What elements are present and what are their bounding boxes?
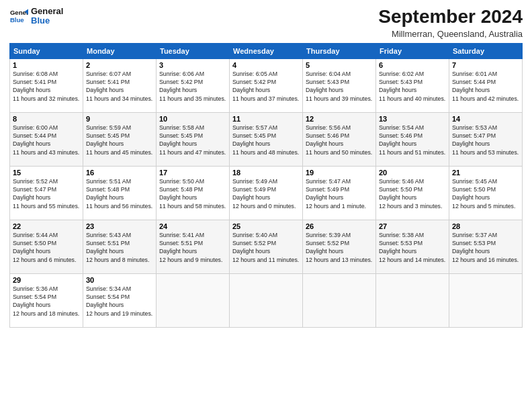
calendar-week-row: 29Sunrise: 5:36 AMSunset: 5:54 PMDayligh… bbox=[10, 273, 523, 327]
logo-line1: General bbox=[31, 7, 63, 16]
calendar-cell: 21Sunrise: 5:45 AMSunset: 5:50 PMDayligh… bbox=[449, 166, 523, 220]
calendar-cell: 11Sunrise: 5:57 AMSunset: 5:45 PMDayligh… bbox=[230, 112, 303, 166]
day-number: 15 bbox=[13, 169, 80, 177]
day-number: 3 bbox=[159, 61, 226, 69]
header: General Blue General Blue September 2024… bbox=[9, 7, 523, 39]
location: Millmerran, Queensland, Australia bbox=[378, 29, 523, 39]
calendar-week-row: 22Sunrise: 5:44 AMSunset: 5:50 PMDayligh… bbox=[10, 220, 523, 273]
day-number: 19 bbox=[306, 169, 373, 177]
day-number: 27 bbox=[379, 222, 446, 230]
calendar-cell: 24Sunrise: 5:41 AMSunset: 5:51 PMDayligh… bbox=[157, 220, 230, 273]
day-number: 8 bbox=[13, 115, 80, 123]
calendar-cell: 17Sunrise: 5:50 AMSunset: 5:48 PMDayligh… bbox=[157, 166, 230, 220]
weekday-header: Monday bbox=[83, 43, 157, 58]
day-number: 11 bbox=[232, 115, 300, 123]
day-number: 30 bbox=[86, 276, 153, 284]
calendar-cell: 25Sunrise: 5:40 AMSunset: 5:52 PMDayligh… bbox=[230, 220, 303, 273]
day-number: 23 bbox=[86, 222, 153, 230]
day-detail: Sunrise: 5:44 AMSunset: 5:50 PMDaylight … bbox=[13, 231, 80, 264]
calendar-cell: 16Sunrise: 5:51 AMSunset: 5:48 PMDayligh… bbox=[83, 166, 157, 220]
day-detail: Sunrise: 5:39 AMSunset: 5:52 PMDaylight … bbox=[306, 231, 373, 264]
day-detail: Sunrise: 5:59 AMSunset: 5:45 PMDaylight … bbox=[86, 124, 153, 156]
calendar-cell: 27Sunrise: 5:38 AMSunset: 5:53 PMDayligh… bbox=[376, 220, 449, 273]
calendar-cell bbox=[449, 273, 523, 327]
calendar-cell: 20Sunrise: 5:46 AMSunset: 5:50 PMDayligh… bbox=[376, 166, 449, 220]
day-detail: Sunrise: 5:51 AMSunset: 5:48 PMDaylight … bbox=[86, 177, 153, 210]
day-number: 9 bbox=[86, 115, 153, 123]
calendar-cell: 19Sunrise: 5:47 AMSunset: 5:49 PMDayligh… bbox=[303, 166, 376, 220]
weekday-header: Thursday bbox=[303, 43, 376, 58]
day-number: 12 bbox=[306, 115, 373, 123]
day-detail: Sunrise: 5:52 AMSunset: 5:47 PMDaylight … bbox=[13, 177, 80, 210]
svg-text:General: General bbox=[10, 9, 28, 17]
calendar-cell: 6Sunrise: 6:02 AMSunset: 5:43 PMDaylight… bbox=[376, 58, 449, 112]
day-number: 5 bbox=[306, 61, 373, 69]
day-number: 16 bbox=[86, 169, 153, 177]
weekday-header-row: SundayMondayTuesdayWednesdayThursdayFrid… bbox=[10, 43, 523, 58]
calendar-cell bbox=[230, 273, 303, 327]
day-number: 29 bbox=[13, 276, 80, 284]
day-detail: Sunrise: 6:06 AMSunset: 5:42 PMDaylight … bbox=[159, 70, 226, 103]
calendar-cell: 9Sunrise: 5:59 AMSunset: 5:45 PMDaylight… bbox=[83, 112, 157, 166]
calendar-cell bbox=[376, 273, 449, 327]
day-number: 10 bbox=[159, 115, 226, 123]
day-detail: Sunrise: 5:40 AMSunset: 5:52 PMDaylight … bbox=[232, 231, 300, 264]
day-detail: Sunrise: 6:04 AMSunset: 5:43 PMDaylight … bbox=[306, 70, 373, 103]
day-number: 2 bbox=[86, 61, 153, 69]
day-detail: Sunrise: 5:53 AMSunset: 5:47 PMDaylight … bbox=[452, 124, 519, 156]
calendar-cell: 1Sunrise: 6:08 AMSunset: 5:41 PMDaylight… bbox=[10, 58, 83, 112]
calendar-cell: 12Sunrise: 5:56 AMSunset: 5:46 PMDayligh… bbox=[303, 112, 376, 166]
day-detail: Sunrise: 6:08 AMSunset: 5:41 PMDaylight … bbox=[13, 70, 80, 103]
title-block: September 2024 Millmerran, Queensland, A… bbox=[378, 7, 523, 39]
day-number: 20 bbox=[379, 169, 446, 177]
day-number: 28 bbox=[452, 222, 519, 230]
day-number: 17 bbox=[159, 169, 226, 177]
calendar-cell: 28Sunrise: 5:37 AMSunset: 5:53 PMDayligh… bbox=[449, 220, 523, 273]
calendar-week-row: 1Sunrise: 6:08 AMSunset: 5:41 PMDaylight… bbox=[10, 58, 523, 112]
calendar-cell: 18Sunrise: 5:49 AMSunset: 5:49 PMDayligh… bbox=[230, 166, 303, 220]
day-number: 6 bbox=[379, 61, 446, 69]
calendar-cell: 4Sunrise: 6:05 AMSunset: 5:42 PMDaylight… bbox=[230, 58, 303, 112]
calendar-cell: 15Sunrise: 5:52 AMSunset: 5:47 PMDayligh… bbox=[10, 166, 83, 220]
weekday-header: Wednesday bbox=[230, 43, 303, 58]
calendar-cell: 5Sunrise: 6:04 AMSunset: 5:43 PMDaylight… bbox=[303, 58, 376, 112]
day-number: 13 bbox=[379, 115, 446, 123]
calendar-cell bbox=[157, 273, 230, 327]
day-detail: Sunrise: 5:57 AMSunset: 5:45 PMDaylight … bbox=[232, 124, 300, 156]
day-detail: Sunrise: 6:05 AMSunset: 5:42 PMDaylight … bbox=[232, 70, 300, 103]
calendar-cell: 10Sunrise: 5:58 AMSunset: 5:45 PMDayligh… bbox=[157, 112, 230, 166]
day-number: 24 bbox=[159, 222, 226, 230]
day-detail: Sunrise: 5:50 AMSunset: 5:48 PMDaylight … bbox=[159, 177, 226, 210]
day-detail: Sunrise: 5:58 AMSunset: 5:45 PMDaylight … bbox=[159, 124, 226, 156]
day-detail: Sunrise: 5:45 AMSunset: 5:50 PMDaylight … bbox=[452, 177, 519, 210]
day-detail: Sunrise: 5:56 AMSunset: 5:46 PMDaylight … bbox=[306, 124, 373, 156]
calendar-cell: 7Sunrise: 6:01 AMSunset: 5:44 PMDaylight… bbox=[449, 58, 523, 112]
weekday-header: Friday bbox=[376, 43, 449, 58]
day-detail: Sunrise: 6:00 AMSunset: 5:44 PMDaylight … bbox=[13, 124, 80, 156]
day-detail: Sunrise: 5:37 AMSunset: 5:53 PMDaylight … bbox=[452, 231, 519, 264]
calendar-cell: 8Sunrise: 6:00 AMSunset: 5:44 PMDaylight… bbox=[10, 112, 83, 166]
day-number: 26 bbox=[306, 222, 373, 230]
day-detail: Sunrise: 5:41 AMSunset: 5:51 PMDaylight … bbox=[159, 231, 226, 264]
calendar-week-row: 8Sunrise: 6:00 AMSunset: 5:44 PMDaylight… bbox=[10, 112, 523, 166]
day-number: 18 bbox=[232, 169, 300, 177]
day-detail: Sunrise: 5:43 AMSunset: 5:51 PMDaylight … bbox=[86, 231, 153, 264]
day-number: 25 bbox=[232, 222, 300, 230]
day-detail: Sunrise: 5:36 AMSunset: 5:54 PMDaylight … bbox=[13, 285, 80, 318]
calendar-cell: 2Sunrise: 6:07 AMSunset: 5:41 PMDaylight… bbox=[83, 58, 157, 112]
calendar-cell: 26Sunrise: 5:39 AMSunset: 5:52 PMDayligh… bbox=[303, 220, 376, 273]
weekday-header: Saturday bbox=[449, 43, 523, 58]
day-number: 14 bbox=[452, 115, 519, 123]
calendar-cell: 23Sunrise: 5:43 AMSunset: 5:51 PMDayligh… bbox=[83, 220, 157, 273]
day-number: 22 bbox=[13, 222, 80, 230]
day-number: 1 bbox=[13, 61, 80, 69]
month-title: September 2024 bbox=[378, 7, 523, 28]
calendar-week-row: 15Sunrise: 5:52 AMSunset: 5:47 PMDayligh… bbox=[10, 166, 523, 220]
calendar-cell bbox=[303, 273, 376, 327]
calendar-cell: 14Sunrise: 5:53 AMSunset: 5:47 PMDayligh… bbox=[449, 112, 523, 166]
calendar-cell: 13Sunrise: 5:54 AMSunset: 5:46 PMDayligh… bbox=[376, 112, 449, 166]
page: General Blue General Blue September 2024… bbox=[0, 0, 532, 411]
day-detail: Sunrise: 5:47 AMSunset: 5:49 PMDaylight … bbox=[306, 177, 373, 210]
calendar-table: SundayMondayTuesdayWednesdayThursdayFrid… bbox=[9, 43, 523, 328]
day-detail: Sunrise: 6:02 AMSunset: 5:43 PMDaylight … bbox=[379, 70, 446, 103]
